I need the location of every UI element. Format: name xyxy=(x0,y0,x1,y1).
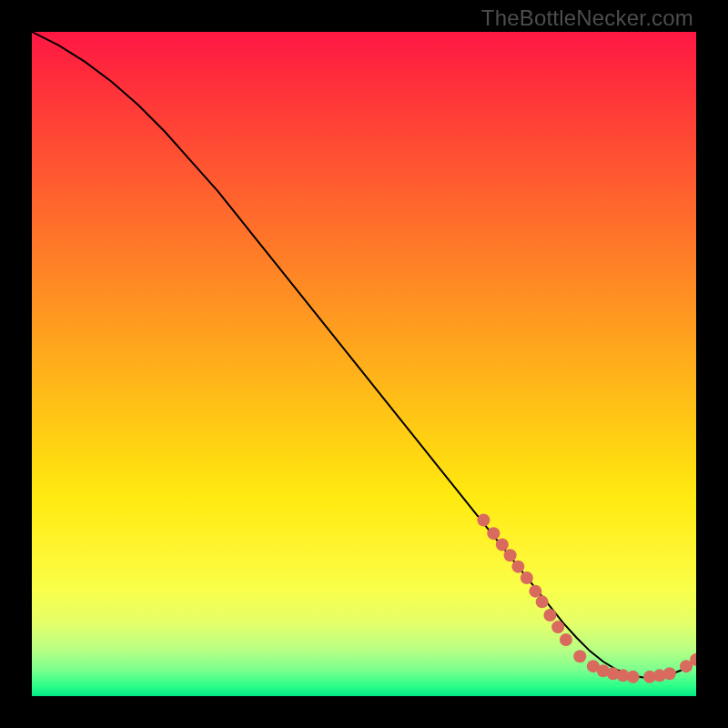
chart-svg xyxy=(32,32,696,696)
data-point-marker xyxy=(511,561,524,573)
chart-frame: TheBottleNecker.com xyxy=(0,0,728,728)
line-series xyxy=(32,32,696,678)
curve-path xyxy=(32,32,696,678)
marker-series xyxy=(477,514,696,683)
data-point-marker xyxy=(496,539,509,551)
data-point-marker xyxy=(560,633,572,646)
data-point-marker xyxy=(627,671,640,683)
data-point-marker xyxy=(529,585,541,598)
data-point-marker xyxy=(504,549,517,561)
data-point-marker xyxy=(477,514,490,527)
data-point-marker xyxy=(521,571,533,584)
watermark-text: TheBottleNecker.com xyxy=(481,5,693,31)
data-point-marker xyxy=(543,609,556,622)
data-point-marker xyxy=(573,650,586,662)
data-point-marker xyxy=(551,621,564,633)
data-point-marker xyxy=(487,527,500,540)
plot-area xyxy=(32,32,696,696)
data-point-marker xyxy=(536,595,549,608)
data-point-marker xyxy=(663,667,676,680)
